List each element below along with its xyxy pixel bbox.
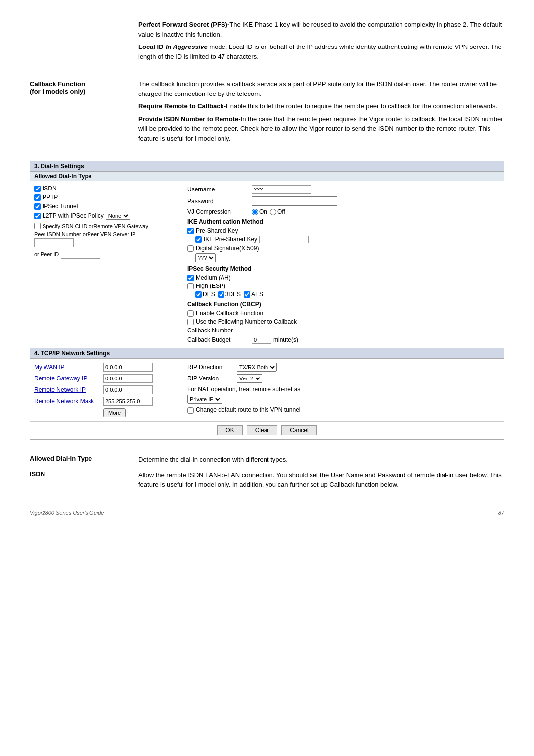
- or-peer-input[interactable]: [61, 250, 100, 259]
- provide-bold: Provide ISDN Number to Remote-: [138, 115, 241, 123]
- medium-ah-checkbox[interactable]: [187, 275, 194, 281]
- rip-dir-select[interactable]: TX/RX Both TX Only RX Only Disable: [237, 363, 277, 372]
- vj-on-radio[interactable]: [252, 209, 258, 215]
- l2tp-select[interactable]: None: [106, 212, 130, 220]
- pptp-label: PPTP: [43, 194, 58, 201]
- pre-shared-label: Pre-Shared Key: [196, 227, 238, 234]
- pfs-content: Perfect Forward Secret (PFS)-The IKE Pha…: [138, 20, 504, 64]
- remote-mask-input[interactable]: [103, 397, 153, 406]
- cb-budget-row: Callback Budget minute(s): [187, 336, 500, 344]
- remote-mask-val: [103, 397, 153, 406]
- medium-ah-row: Medium (AH): [187, 274, 500, 281]
- remote-mask-label: Remote Network Mask: [34, 398, 103, 405]
- digital-sig-select[interactable]: ???: [195, 253, 216, 262]
- callback-section: Callback Function(for I models only) The…: [30, 79, 504, 146]
- page-footer: Vigor2800 Series User's Guide 87: [30, 510, 504, 516]
- aes-checkbox[interactable]: [244, 291, 250, 298]
- ike-title: IKE Authentication Method: [187, 218, 500, 225]
- peer-row: Peer ISDN Number orPeer VPN Server IP: [34, 231, 179, 247]
- allowed-type-desc-term: Allowed Dial-In Type: [30, 455, 138, 465]
- more-btn-row: More: [103, 408, 179, 417]
- change-route-row: Change default route to this VPN tunnel: [187, 406, 500, 414]
- section3-title: 3. Dial-In Settings: [34, 163, 84, 170]
- password-input[interactable]: [252, 196, 337, 206]
- nat-select[interactable]: Private IP Public IP: [187, 395, 222, 404]
- left-column: ISDN PPTP IPSec Tunnel L2TP with IPSec P…: [30, 181, 183, 348]
- ike-pre-shared-row: IKE Pre-Shared Key: [195, 236, 500, 243]
- nat-row: For NAT operation, treat remote sub-net …: [187, 385, 500, 404]
- peer-input-row: [34, 238, 179, 247]
- high-esp-row: High (ESP): [187, 283, 500, 289]
- form-body: ISDN PPTP IPSec Tunnel L2TP with IPSec P…: [30, 181, 504, 348]
- enable-cb-label: Enable Callback Function: [196, 310, 263, 317]
- ipsec-tunnel-label: IPSec Tunnel: [43, 203, 78, 210]
- isdn-desc-term: ISDN: [30, 471, 138, 490]
- vj-val: On Off: [252, 208, 500, 215]
- des-label: DES: [203, 291, 215, 298]
- enable-cb-checkbox[interactable]: [187, 310, 194, 317]
- remote-gw-label: Remote Gateway IP: [34, 375, 103, 382]
- digital-sig-select-row: ???: [195, 253, 500, 262]
- ike-pre-shared-checkbox[interactable]: [195, 236, 202, 243]
- 3des-checkbox[interactable]: [218, 291, 224, 298]
- more-button[interactable]: More: [103, 408, 126, 417]
- specify-row: SpecifyISDN CLID orRemote VPN Gateway: [34, 223, 179, 229]
- or-peer-row: or Peer ID: [34, 250, 179, 259]
- cb-budget-val: minute(s): [252, 336, 298, 344]
- des-checkbox[interactable]: [195, 291, 202, 298]
- pre-shared-checkbox[interactable]: [187, 228, 194, 234]
- ok-button[interactable]: OK: [217, 425, 242, 435]
- peer-input[interactable]: [34, 238, 74, 247]
- remote-net-val: [103, 385, 153, 394]
- cb-number-label: Callback Number: [187, 327, 252, 334]
- my-wan-input[interactable]: [103, 363, 153, 372]
- localid-bold: Local ID-: [138, 43, 166, 50]
- callback-para2: Require Remote to Callback-Enable this t…: [138, 101, 504, 111]
- require-bold: Require Remote to Callback-: [138, 102, 226, 110]
- allowed-type-desc-def: Determine the dial-in connection with di…: [138, 455, 504, 465]
- username-input[interactable]: [252, 185, 311, 194]
- cb-budget-input[interactable]: [252, 336, 271, 344]
- isdn-desc-row: ISDN Allow the remote ISDN LAN-to-LAN co…: [30, 471, 504, 490]
- isdn-desc-def: Allow the remote ISDN LAN-to-LAN connect…: [138, 471, 504, 490]
- cancel-button[interactable]: Cancel: [281, 425, 316, 435]
- remote-net-input[interactable]: [103, 385, 153, 394]
- use-following-row: Use the Following Number to Callback: [187, 318, 500, 325]
- username-val: [252, 185, 500, 194]
- l2tp-checkbox[interactable]: [34, 213, 41, 219]
- pptp-row: PPTP: [34, 194, 179, 201]
- pfs-label: [30, 20, 138, 64]
- rip-ver-label: RIP Version: [187, 375, 237, 382]
- aes-label: AES: [251, 291, 263, 298]
- nat-label: For NAT operation, treat remote sub-net …: [187, 386, 300, 393]
- my-wan-label: My WAN IP: [34, 364, 103, 371]
- cb-budget-label: Callback Budget: [187, 336, 252, 343]
- pfs-section: Perfect Forward Secret (PFS)-The IKE Pha…: [30, 20, 504, 64]
- digital-sig-checkbox[interactable]: [187, 245, 194, 252]
- high-esp-checkbox[interactable]: [187, 283, 194, 289]
- isdn-checkbox[interactable]: [34, 186, 41, 192]
- ipsec-tunnel-checkbox[interactable]: [34, 203, 41, 210]
- vj-off-label: Off: [270, 208, 285, 215]
- cb-number-val: [252, 327, 291, 334]
- 3des-label: 3DES: [225, 291, 241, 298]
- remote-gw-row: Remote Gateway IP: [34, 374, 179, 383]
- cb-budget-unit: minute(s): [273, 336, 298, 343]
- password-label: Password: [187, 198, 252, 205]
- remote-gw-input[interactable]: [103, 374, 153, 383]
- remote-mask-row: Remote Network Mask: [34, 397, 179, 406]
- vj-off-radio[interactable]: [270, 209, 276, 215]
- l2tp-row: L2TP with IPSec Policy None: [34, 212, 179, 220]
- rip-ver-select[interactable]: Ver. 1 Ver. 2: [237, 374, 262, 383]
- clear-button[interactable]: Clear: [247, 425, 278, 435]
- pptp-checkbox[interactable]: [34, 194, 41, 201]
- use-following-checkbox[interactable]: [187, 319, 194, 325]
- rip-ver-row: RIP Version Ver. 1 Ver. 2: [187, 374, 500, 383]
- change-route-checkbox[interactable]: [187, 407, 194, 414]
- localid-aggressive: In Aggressive: [166, 43, 208, 50]
- cb-number-input[interactable]: [252, 327, 291, 334]
- allowed-type-desc-row: Allowed Dial-In Type Determine the dial-…: [30, 455, 504, 465]
- ike-pre-shared-input[interactable]: [259, 236, 309, 243]
- specify-checkbox[interactable]: [34, 223, 41, 229]
- peer-label: Peer ISDN Number orPeer VPN Server IP: [34, 231, 135, 237]
